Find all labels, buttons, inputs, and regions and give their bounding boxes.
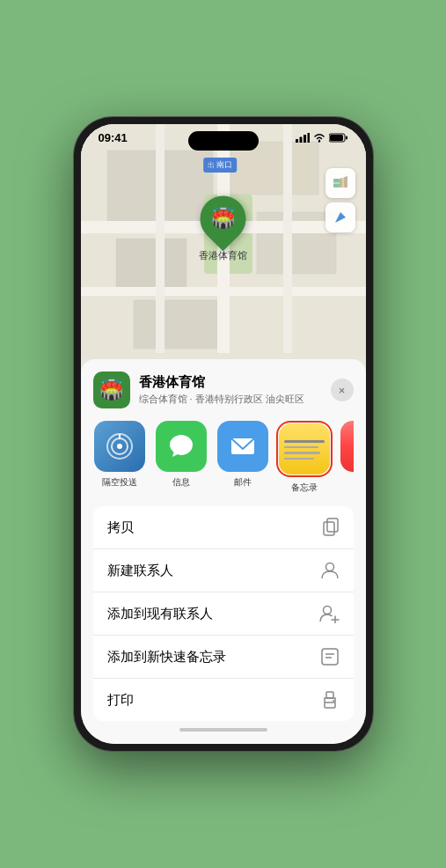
add-contact-label: 添加到现有联系人 [107,606,213,622]
person-add-icon [318,604,340,623]
notes-selected-border [276,421,333,477]
venue-text: 香港体育馆 综合体育馆 · 香港特别行政区 油尖旺区 [139,374,322,406]
copy-label: 拷贝 [107,519,134,536]
more-icon [340,421,354,472]
svg-rect-39 [325,702,335,708]
action-add-contact[interactable]: 添加到现有联系人 [93,592,354,636]
airdrop-icon [94,421,145,472]
mail-icon [217,421,268,472]
notes-line-4 [284,458,315,460]
svg-rect-17 [81,287,366,296]
svg-rect-6 [330,135,343,141]
share-row: 隔空投送 信息 [93,421,354,499]
svg-marker-21 [340,176,347,188]
airdrop-svg [106,432,134,460]
location-arrow-icon [333,210,347,224]
svg-point-41 [333,700,334,702]
svg-rect-31 [324,522,334,535]
dynamic-island [188,131,259,151]
location-button[interactable] [325,202,355,232]
share-item-airdrop[interactable]: 隔空投送 [93,421,146,494]
close-button[interactable]: × [331,379,354,401]
venue-icon: 🏟️ [93,371,130,408]
signal-icon [296,133,310,143]
messages-svg [166,431,196,461]
mail-label: 邮件 [234,476,252,489]
svg-point-32 [325,563,333,571]
svg-rect-30 [327,519,338,532]
svg-rect-3 [307,133,310,143]
close-icon: × [339,384,346,397]
share-item-messages[interactable]: 信息 [155,421,208,494]
share-item-more[interactable]: 推荐 [340,421,354,494]
svg-marker-24 [335,212,346,223]
quick-note-label: 添加到新快速备忘录 [107,649,226,666]
notes-line-3 [284,452,320,454]
home-indicator-area [93,721,354,732]
action-quick-note[interactable]: 添加到新快速备忘录 [93,636,354,679]
map-area: 出 南口 [81,124,366,359]
notes-icon [279,423,330,474]
share-item-mail[interactable]: 邮件 [216,421,269,494]
pin-circle: 🏟️ [191,186,256,251]
svg-rect-40 [326,692,333,698]
venue-subtitle: 综合体育馆 · 香港特别行政区 油尖旺区 [139,393,322,406]
notes-line-2 [284,446,318,449]
svg-rect-36 [322,649,338,665]
venue-name: 香港体育馆 [139,374,322,391]
action-new-contact[interactable]: 新建联系人 [93,549,354,592]
map-icon [333,175,348,191]
action-copy[interactable]: 拷贝 [93,506,354,549]
note-icon [320,647,340,666]
svg-point-4 [318,140,319,142]
svg-rect-13 [134,300,222,349]
location-pin: 🏟️ 香港体育馆 [199,195,247,261]
pin-icon: 🏟️ [211,207,235,230]
venue-info: 🏟️ 香港体育馆 综合体育馆 · 香港特别行政区 油尖旺区 × [93,371,354,408]
venue-icon-emoji: 🏟️ [99,379,123,401]
airdrop-label: 隔空投送 [102,476,137,489]
share-item-notes[interactable]: 备忘录 [278,421,331,494]
phone-screen: 09:41 [81,124,366,744]
wifi-icon [313,133,325,143]
mail-svg [228,431,258,461]
messages-icon [156,421,207,472]
map-entrance-label: 出 南口 [203,158,237,173]
phone-frame: 09:41 [74,117,373,751]
svg-point-33 [323,607,331,614]
map-controls [325,168,355,236]
status-icons [296,133,348,143]
copy-icon [322,518,340,537]
svg-point-27 [117,444,122,449]
print-icon [320,690,340,710]
battery-icon [329,133,348,143]
action-print[interactable]: 打印 [93,679,354,721]
notes-lines [279,433,330,465]
notes-line-1 [284,440,325,443]
home-indicator [179,728,267,732]
entrance-text: 南口 [216,159,232,171]
action-list: 拷贝 新建联系人 添加到现有联系人 [93,506,354,721]
map-type-button[interactable] [325,168,355,198]
status-time: 09:41 [99,131,128,144]
svg-rect-0 [296,139,298,143]
new-contact-label: 新建联系人 [107,563,173,579]
bottom-sheet: 🏟️ 香港体育馆 综合体育馆 · 香港特别行政区 油尖旺区 × [81,359,366,744]
svg-rect-19 [283,124,292,353]
notes-label: 备忘录 [291,482,318,494]
svg-rect-1 [299,137,302,143]
svg-rect-11 [116,239,186,291]
person-icon [320,561,340,580]
messages-label: 信息 [172,476,190,489]
svg-rect-18 [156,124,165,353]
svg-rect-7 [346,136,347,140]
print-label: 打印 [107,692,134,709]
svg-rect-2 [303,135,306,143]
